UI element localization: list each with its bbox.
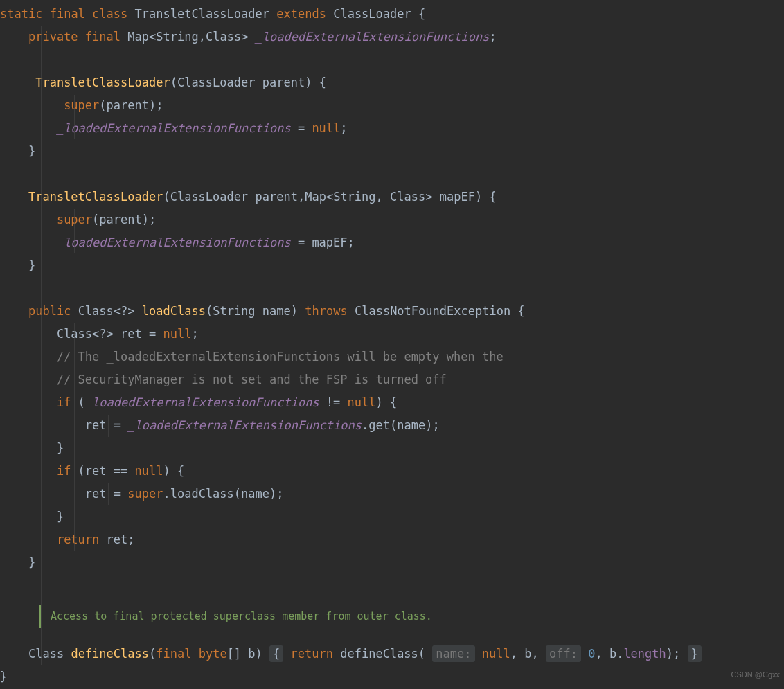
method-loadClass: loadClass bbox=[142, 304, 206, 318]
kw-class: class bbox=[92, 7, 127, 21]
indent-guide bbox=[108, 415, 109, 437]
param-hint-off: off: bbox=[546, 645, 581, 662]
kw-extends: extends bbox=[276, 7, 326, 21]
super-type: ClassLoader bbox=[333, 7, 411, 21]
super-call: super bbox=[64, 98, 99, 112]
indent-guide bbox=[108, 483, 109, 505]
kw-throws: throws bbox=[305, 304, 347, 318]
ctor2: TransletClassLoader bbox=[28, 190, 163, 204]
kw-final: final bbox=[50, 7, 85, 21]
kw-final: final bbox=[85, 30, 121, 44]
comment-2: // SecurityManager is not set and the FS… bbox=[57, 373, 447, 386]
param-hint-name: name: bbox=[432, 645, 474, 662]
kw-public: public bbox=[28, 304, 71, 318]
kw-if: if bbox=[57, 395, 71, 409]
annotation-text: Access to final protected superclass mem… bbox=[51, 610, 432, 623]
indent-guide bbox=[74, 209, 75, 253]
comment-1: // The _loadedExternalExtensionFunctions… bbox=[57, 350, 504, 364]
kw-return: return bbox=[57, 533, 99, 546]
kw-private: private bbox=[28, 30, 78, 44]
method-defineClass: defineClass bbox=[71, 647, 149, 661]
class-name: TransletClassLoader bbox=[135, 7, 269, 21]
watermark: CSDN @Cgxx bbox=[731, 663, 780, 686]
indent-guide bbox=[74, 95, 75, 139]
inspection-annotation[interactable]: Access to final protected superclass mem… bbox=[39, 605, 432, 628]
kw-static: static bbox=[0, 7, 42, 21]
code-editor[interactable]: static final class TransletClassLoader e… bbox=[0, 0, 784, 688]
indent-guide bbox=[41, 26, 42, 665]
field-loaded: _loadedExternalExtensionFunctions bbox=[256, 30, 490, 44]
indent-guide bbox=[74, 323, 75, 551]
ctor1: TransletClassLoader bbox=[35, 75, 170, 89]
